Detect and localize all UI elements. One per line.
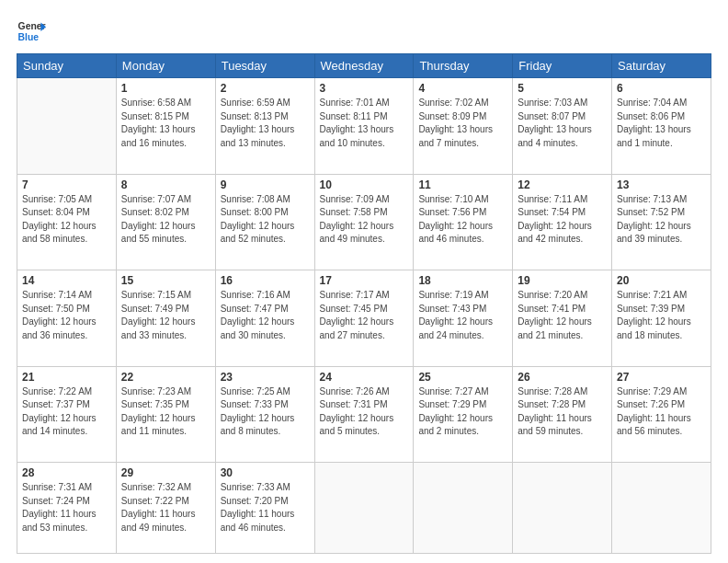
day-number: 15 bbox=[121, 274, 210, 287]
svg-text:Blue: Blue bbox=[18, 32, 40, 42]
calendar-cell: 14Sunrise: 7:14 AM Sunset: 7:50 PM Dayli… bbox=[17, 270, 117, 367]
sun-info: Sunrise: 7:08 AM Sunset: 8:00 PM Dayligh… bbox=[221, 193, 310, 247]
sun-info: Sunrise: 7:09 AM Sunset: 7:58 PM Dayligh… bbox=[320, 193, 409, 247]
calendar-cell: 20Sunrise: 7:21 AM Sunset: 7:39 PM Dayli… bbox=[612, 270, 711, 367]
calendar-cell bbox=[612, 463, 711, 554]
day-number: 9 bbox=[221, 178, 310, 191]
day-number: 12 bbox=[518, 178, 607, 191]
calendar-cell: 13Sunrise: 7:13 AM Sunset: 7:52 PM Dayli… bbox=[612, 174, 711, 270]
calendar-cell: 26Sunrise: 7:28 AM Sunset: 7:28 PM Dayli… bbox=[513, 366, 612, 463]
day-number: 16 bbox=[221, 274, 310, 287]
col-header-saturday: Saturday bbox=[612, 54, 711, 78]
calendar-cell: 17Sunrise: 7:17 AM Sunset: 7:45 PM Dayli… bbox=[314, 270, 414, 367]
sun-info: Sunrise: 7:11 AM Sunset: 7:54 PM Dayligh… bbox=[518, 193, 607, 247]
calendar-cell: 28Sunrise: 7:31 AM Sunset: 7:24 PM Dayli… bbox=[17, 463, 117, 554]
day-number: 21 bbox=[22, 371, 111, 384]
calendar-cell bbox=[17, 78, 117, 175]
day-number: 7 bbox=[22, 178, 111, 191]
calendar-cell bbox=[314, 463, 414, 554]
day-number: 23 bbox=[221, 371, 310, 384]
day-number: 17 bbox=[320, 274, 409, 287]
calendar-cell: 11Sunrise: 7:10 AM Sunset: 7:56 PM Dayli… bbox=[414, 174, 513, 270]
sun-info: Sunrise: 7:13 AM Sunset: 7:52 PM Dayligh… bbox=[617, 193, 706, 247]
col-header-sunday: Sunday bbox=[17, 54, 117, 78]
calendar-cell: 27Sunrise: 7:29 AM Sunset: 7:26 PM Dayli… bbox=[612, 366, 711, 463]
day-number: 14 bbox=[22, 274, 111, 287]
calendar-week-row: 21Sunrise: 7:22 AM Sunset: 7:37 PM Dayli… bbox=[17, 366, 711, 463]
day-number: 28 bbox=[22, 466, 111, 479]
sun-info: Sunrise: 7:03 AM Sunset: 8:07 PM Dayligh… bbox=[518, 97, 607, 150]
sun-info: Sunrise: 7:14 AM Sunset: 7:50 PM Dayligh… bbox=[22, 289, 111, 342]
day-number: 29 bbox=[121, 466, 210, 479]
calendar-cell: 8Sunrise: 7:07 AM Sunset: 8:02 PM Daylig… bbox=[116, 174, 215, 270]
calendar-cell: 24Sunrise: 7:26 AM Sunset: 7:31 PM Dayli… bbox=[314, 366, 414, 463]
day-number: 8 bbox=[121, 178, 210, 191]
calendar-cell: 25Sunrise: 7:27 AM Sunset: 7:29 PM Dayli… bbox=[414, 366, 513, 463]
logo-icon: General Blue bbox=[17, 17, 46, 46]
sun-info: Sunrise: 6:59 AM Sunset: 8:13 PM Dayligh… bbox=[221, 97, 310, 150]
calendar-cell bbox=[414, 463, 513, 554]
sun-info: Sunrise: 7:10 AM Sunset: 7:56 PM Dayligh… bbox=[418, 193, 507, 247]
day-number: 19 bbox=[518, 274, 607, 287]
sun-info: Sunrise: 7:15 AM Sunset: 7:49 PM Dayligh… bbox=[121, 289, 210, 342]
calendar-cell: 29Sunrise: 7:32 AM Sunset: 7:22 PM Dayli… bbox=[116, 463, 215, 554]
day-number: 27 bbox=[617, 371, 706, 384]
sun-info: Sunrise: 7:20 AM Sunset: 7:41 PM Dayligh… bbox=[518, 289, 607, 342]
day-number: 10 bbox=[320, 178, 409, 191]
day-number: 3 bbox=[320, 82, 409, 95]
sun-info: Sunrise: 7:33 AM Sunset: 7:20 PM Dayligh… bbox=[221, 481, 310, 534]
sun-info: Sunrise: 6:58 AM Sunset: 8:15 PM Dayligh… bbox=[121, 97, 210, 150]
logo: General Blue bbox=[17, 17, 46, 46]
calendar-cell: 18Sunrise: 7:19 AM Sunset: 7:43 PM Dayli… bbox=[414, 270, 513, 367]
sun-info: Sunrise: 7:22 AM Sunset: 7:37 PM Dayligh… bbox=[22, 385, 111, 439]
day-number: 26 bbox=[518, 371, 607, 384]
sun-info: Sunrise: 7:16 AM Sunset: 7:47 PM Dayligh… bbox=[221, 289, 310, 342]
calendar-cell: 4Sunrise: 7:02 AM Sunset: 8:09 PM Daylig… bbox=[414, 78, 513, 175]
calendar-week-row: 14Sunrise: 7:14 AM Sunset: 7:50 PM Dayli… bbox=[17, 270, 711, 367]
sun-info: Sunrise: 7:02 AM Sunset: 8:09 PM Dayligh… bbox=[418, 97, 507, 150]
day-number: 20 bbox=[617, 274, 706, 287]
sun-info: Sunrise: 7:19 AM Sunset: 7:43 PM Dayligh… bbox=[418, 289, 507, 342]
calendar-header-row: SundayMondayTuesdayWednesdayThursdayFrid… bbox=[17, 54, 711, 78]
day-number: 22 bbox=[121, 371, 210, 384]
calendar-table: SundayMondayTuesdayWednesdayThursdayFrid… bbox=[17, 53, 711, 554]
calendar-cell: 5Sunrise: 7:03 AM Sunset: 8:07 PM Daylig… bbox=[513, 78, 612, 175]
sun-info: Sunrise: 7:01 AM Sunset: 8:11 PM Dayligh… bbox=[320, 97, 409, 150]
day-number: 11 bbox=[418, 178, 507, 191]
sun-info: Sunrise: 7:29 AM Sunset: 7:26 PM Dayligh… bbox=[617, 385, 706, 439]
day-number: 18 bbox=[418, 274, 507, 287]
calendar-cell: 10Sunrise: 7:09 AM Sunset: 7:58 PM Dayli… bbox=[314, 174, 414, 270]
col-header-friday: Friday bbox=[513, 54, 612, 78]
calendar-cell: 6Sunrise: 7:04 AM Sunset: 8:06 PM Daylig… bbox=[612, 78, 711, 175]
calendar-cell: 22Sunrise: 7:23 AM Sunset: 7:35 PM Dayli… bbox=[116, 366, 215, 463]
day-number: 30 bbox=[221, 466, 310, 479]
day-number: 6 bbox=[617, 82, 706, 95]
calendar-cell: 7Sunrise: 7:05 AM Sunset: 8:04 PM Daylig… bbox=[17, 174, 117, 270]
calendar-week-row: 1Sunrise: 6:58 AM Sunset: 8:15 PM Daylig… bbox=[17, 78, 711, 175]
day-number: 2 bbox=[221, 82, 310, 95]
page-header: General Blue bbox=[17, 17, 711, 46]
col-header-thursday: Thursday bbox=[414, 54, 513, 78]
col-header-monday: Monday bbox=[116, 54, 215, 78]
calendar-cell: 9Sunrise: 7:08 AM Sunset: 8:00 PM Daylig… bbox=[215, 174, 314, 270]
sun-info: Sunrise: 7:26 AM Sunset: 7:31 PM Dayligh… bbox=[320, 385, 409, 439]
sun-info: Sunrise: 7:23 AM Sunset: 7:35 PM Dayligh… bbox=[121, 385, 210, 439]
sun-info: Sunrise: 7:05 AM Sunset: 8:04 PM Dayligh… bbox=[22, 193, 111, 247]
sun-info: Sunrise: 7:04 AM Sunset: 8:06 PM Dayligh… bbox=[617, 97, 706, 150]
calendar-cell: 3Sunrise: 7:01 AM Sunset: 8:11 PM Daylig… bbox=[314, 78, 414, 175]
calendar-week-row: 7Sunrise: 7:05 AM Sunset: 8:04 PM Daylig… bbox=[17, 174, 711, 270]
day-number: 13 bbox=[617, 178, 706, 191]
calendar-week-row: 28Sunrise: 7:31 AM Sunset: 7:24 PM Dayli… bbox=[17, 463, 711, 554]
calendar-cell: 21Sunrise: 7:22 AM Sunset: 7:37 PM Dayli… bbox=[17, 366, 117, 463]
day-number: 4 bbox=[418, 82, 507, 95]
calendar-cell: 16Sunrise: 7:16 AM Sunset: 7:47 PM Dayli… bbox=[215, 270, 314, 367]
sun-info: Sunrise: 7:27 AM Sunset: 7:29 PM Dayligh… bbox=[418, 385, 507, 439]
calendar-cell: 15Sunrise: 7:15 AM Sunset: 7:49 PM Dayli… bbox=[116, 270, 215, 367]
calendar-cell: 2Sunrise: 6:59 AM Sunset: 8:13 PM Daylig… bbox=[215, 78, 314, 175]
day-number: 24 bbox=[320, 371, 409, 384]
sun-info: Sunrise: 7:25 AM Sunset: 7:33 PM Dayligh… bbox=[221, 385, 310, 439]
col-header-tuesday: Tuesday bbox=[215, 54, 314, 78]
col-header-wednesday: Wednesday bbox=[314, 54, 414, 78]
calendar-cell: 30Sunrise: 7:33 AM Sunset: 7:20 PM Dayli… bbox=[215, 463, 314, 554]
day-number: 5 bbox=[518, 82, 607, 95]
